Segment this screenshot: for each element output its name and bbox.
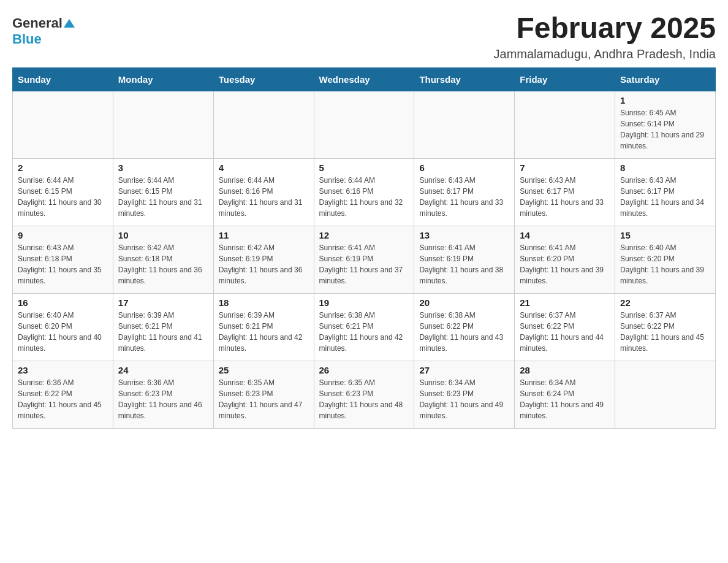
- day-info: Sunrise: 6:39 AMSunset: 6:21 PMDaylight:…: [118, 310, 208, 354]
- day-number: 8: [620, 163, 710, 173]
- day-number: 27: [419, 365, 509, 375]
- day-info: Sunrise: 6:37 AMSunset: 6:22 PMDaylight:…: [520, 310, 610, 354]
- calendar-cell: 6Sunrise: 6:43 AMSunset: 6:17 PMDaylight…: [414, 158, 515, 226]
- calendar-cell: 27Sunrise: 6:34 AMSunset: 6:23 PMDayligh…: [414, 361, 515, 428]
- day-number: 6: [419, 163, 509, 173]
- calendar-header-tuesday: Tuesday: [213, 67, 314, 91]
- logo-blue-text: Blue: [12, 31, 42, 47]
- calendar-week-row: 16Sunrise: 6:40 AMSunset: 6:20 PMDayligh…: [13, 293, 716, 361]
- day-number: 13: [419, 230, 509, 240]
- calendar-cell: [314, 91, 414, 158]
- day-number: 12: [319, 230, 409, 240]
- day-info: Sunrise: 6:44 AMSunset: 6:16 PMDaylight:…: [319, 175, 409, 219]
- calendar-cell: 7Sunrise: 6:43 AMSunset: 6:17 PMDaylight…: [515, 158, 615, 226]
- calendar-cell: 20Sunrise: 6:38 AMSunset: 6:22 PMDayligh…: [414, 293, 515, 361]
- day-number: 24: [118, 365, 208, 375]
- day-info: Sunrise: 6:41 AMSunset: 6:19 PMDaylight:…: [319, 242, 409, 286]
- calendar-week-row: 23Sunrise: 6:36 AMSunset: 6:22 PMDayligh…: [13, 361, 716, 428]
- day-number: 5: [319, 163, 409, 173]
- day-info: Sunrise: 6:39 AMSunset: 6:21 PMDaylight:…: [219, 310, 309, 354]
- calendar-cell: 3Sunrise: 6:44 AMSunset: 6:15 PMDaylight…: [113, 158, 213, 226]
- day-info: Sunrise: 6:34 AMSunset: 6:23 PMDaylight:…: [419, 377, 509, 421]
- day-number: 10: [118, 230, 208, 240]
- day-info: Sunrise: 6:36 AMSunset: 6:22 PMDaylight:…: [18, 377, 108, 421]
- calendar-cell: 23Sunrise: 6:36 AMSunset: 6:22 PMDayligh…: [13, 361, 113, 428]
- day-info: Sunrise: 6:41 AMSunset: 6:19 PMDaylight:…: [419, 242, 509, 286]
- calendar-cell: 17Sunrise: 6:39 AMSunset: 6:21 PMDayligh…: [113, 293, 213, 361]
- day-info: Sunrise: 6:43 AMSunset: 6:18 PMDaylight:…: [18, 242, 108, 286]
- calendar-cell: 1Sunrise: 6:45 AMSunset: 6:14 PMDaylight…: [615, 91, 716, 158]
- day-number: 2: [18, 163, 108, 173]
- calendar-header-row: SundayMondayTuesdayWednesdayThursdayFrid…: [13, 67, 716, 91]
- calendar-cell: 4Sunrise: 6:44 AMSunset: 6:16 PMDaylight…: [213, 158, 314, 226]
- title-section: February 2025 Jammalamadugu, Andhra Prad…: [494, 12, 716, 61]
- calendar-cell: 9Sunrise: 6:43 AMSunset: 6:18 PMDaylight…: [13, 226, 113, 293]
- calendar-cell: [213, 91, 314, 158]
- calendar-cell: 19Sunrise: 6:38 AMSunset: 6:21 PMDayligh…: [314, 293, 414, 361]
- calendar-cell: 2Sunrise: 6:44 AMSunset: 6:15 PMDaylight…: [13, 158, 113, 226]
- day-info: Sunrise: 6:44 AMSunset: 6:15 PMDaylight:…: [118, 175, 208, 219]
- calendar-cell: 22Sunrise: 6:37 AMSunset: 6:22 PMDayligh…: [615, 293, 716, 361]
- calendar-cell: [414, 91, 515, 158]
- day-info: Sunrise: 6:34 AMSunset: 6:24 PMDaylight:…: [520, 377, 610, 421]
- calendar-cell: 8Sunrise: 6:43 AMSunset: 6:17 PMDaylight…: [615, 158, 716, 226]
- calendar-cell: [113, 91, 213, 158]
- day-info: Sunrise: 6:44 AMSunset: 6:16 PMDaylight:…: [219, 175, 309, 219]
- day-number: 26: [319, 365, 409, 375]
- calendar-week-row: 9Sunrise: 6:43 AMSunset: 6:18 PMDaylight…: [13, 226, 716, 293]
- calendar-header-friday: Friday: [515, 67, 615, 91]
- day-number: 4: [219, 163, 309, 173]
- calendar-cell: 5Sunrise: 6:44 AMSunset: 6:16 PMDaylight…: [314, 158, 414, 226]
- day-number: 17: [118, 297, 208, 308]
- day-info: Sunrise: 6:35 AMSunset: 6:23 PMDaylight:…: [319, 377, 409, 421]
- svg-marker-0: [64, 19, 75, 28]
- calendar-cell: 28Sunrise: 6:34 AMSunset: 6:24 PMDayligh…: [515, 361, 615, 428]
- calendar-header-monday: Monday: [113, 67, 213, 91]
- calendar-week-row: 1Sunrise: 6:45 AMSunset: 6:14 PMDaylight…: [13, 91, 716, 158]
- calendar-cell: 14Sunrise: 6:41 AMSunset: 6:20 PMDayligh…: [515, 226, 615, 293]
- day-number: 7: [520, 163, 610, 173]
- month-title: February 2025: [494, 12, 716, 45]
- day-number: 3: [118, 163, 208, 173]
- day-number: 11: [219, 230, 309, 240]
- calendar-week-row: 2Sunrise: 6:44 AMSunset: 6:15 PMDaylight…: [13, 158, 716, 226]
- calendar-table: SundayMondayTuesdayWednesdayThursdayFrid…: [12, 67, 716, 429]
- calendar-cell: 11Sunrise: 6:42 AMSunset: 6:19 PMDayligh…: [213, 226, 314, 293]
- day-info: Sunrise: 6:36 AMSunset: 6:23 PMDaylight:…: [118, 377, 208, 421]
- page-header: General Blue February 2025 Jammalamadugu…: [12, 12, 716, 61]
- day-number: 28: [520, 365, 610, 375]
- location-title: Jammalamadugu, Andhra Pradesh, India: [494, 47, 716, 61]
- calendar-cell: 24Sunrise: 6:36 AMSunset: 6:23 PMDayligh…: [113, 361, 213, 428]
- day-number: 25: [219, 365, 309, 375]
- calendar-cell: [515, 91, 615, 158]
- day-info: Sunrise: 6:40 AMSunset: 6:20 PMDaylight:…: [620, 242, 710, 286]
- calendar-header-sunday: Sunday: [13, 67, 113, 91]
- day-info: Sunrise: 6:42 AMSunset: 6:19 PMDaylight:…: [219, 242, 309, 286]
- day-info: Sunrise: 6:45 AMSunset: 6:14 PMDaylight:…: [620, 107, 710, 151]
- day-info: Sunrise: 6:41 AMSunset: 6:20 PMDaylight:…: [520, 242, 610, 286]
- day-info: Sunrise: 6:35 AMSunset: 6:23 PMDaylight:…: [219, 377, 309, 421]
- day-info: Sunrise: 6:43 AMSunset: 6:17 PMDaylight:…: [520, 175, 610, 219]
- day-number: 20: [419, 297, 509, 308]
- day-number: 15: [620, 230, 710, 240]
- calendar-header-thursday: Thursday: [414, 67, 515, 91]
- day-number: 19: [319, 297, 409, 308]
- day-info: Sunrise: 6:42 AMSunset: 6:18 PMDaylight:…: [118, 242, 208, 286]
- day-number: 9: [18, 230, 108, 240]
- calendar-cell: 16Sunrise: 6:40 AMSunset: 6:20 PMDayligh…: [13, 293, 113, 361]
- day-number: 16: [18, 297, 108, 308]
- calendar-cell: 26Sunrise: 6:35 AMSunset: 6:23 PMDayligh…: [314, 361, 414, 428]
- calendar-cell: 12Sunrise: 6:41 AMSunset: 6:19 PMDayligh…: [314, 226, 414, 293]
- day-info: Sunrise: 6:43 AMSunset: 6:17 PMDaylight:…: [620, 175, 710, 219]
- day-info: Sunrise: 6:37 AMSunset: 6:22 PMDaylight:…: [620, 310, 710, 354]
- calendar-header-wednesday: Wednesday: [314, 67, 414, 91]
- day-info: Sunrise: 6:38 AMSunset: 6:22 PMDaylight:…: [419, 310, 509, 354]
- day-number: 14: [520, 230, 610, 240]
- day-number: 18: [219, 297, 309, 308]
- day-number: 21: [520, 297, 610, 308]
- calendar-cell: 15Sunrise: 6:40 AMSunset: 6:20 PMDayligh…: [615, 226, 716, 293]
- day-number: 22: [620, 297, 710, 308]
- logo-arrow-icon: [64, 18, 75, 29]
- day-info: Sunrise: 6:40 AMSunset: 6:20 PMDaylight:…: [18, 310, 108, 354]
- calendar-cell: 10Sunrise: 6:42 AMSunset: 6:18 PMDayligh…: [113, 226, 213, 293]
